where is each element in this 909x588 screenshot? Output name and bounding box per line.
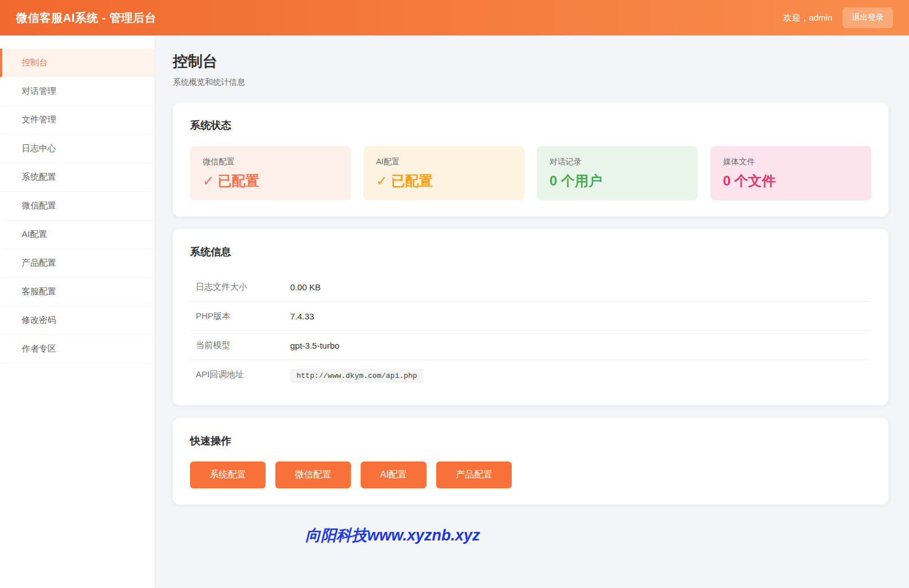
sidebar-item-wechat-config[interactable]: 微信配置	[0, 192, 155, 220]
sidebar-menu: 控制台 对话管理 文件管理 日志中心 系统配置 微信配置 AI配置 产品配置 客…	[0, 49, 155, 364]
footer: 向阳科技www.xyznb.xyz	[173, 525, 612, 546]
stat-card-conversations: 对话记录 0 个用户	[537, 146, 698, 200]
stat-label: 微信配置	[203, 157, 338, 167]
sidebar-item-conversations[interactable]: 对话管理	[0, 77, 155, 106]
sidebar-item-label: AI配置	[22, 229, 47, 240]
sidebar-item-label: 微信配置	[22, 200, 56, 211]
sidebar: 控制台 对话管理 文件管理 日志中心 系统配置 微信配置 AI配置 产品配置 客…	[0, 35, 155, 588]
sidebar-item-label: 日志中心	[22, 143, 56, 154]
sidebar-item-change-password[interactable]: 修改密码	[0, 306, 155, 335]
quick-actions-row: 系统配置 微信配置 AI配置 产品配置	[190, 461, 871, 488]
info-label: 日志文件大小	[196, 282, 290, 293]
system-info-table: 日志文件大小 0.00 KB PHP版本 7.4.33 当前模型 gpt-3.5…	[190, 273, 871, 389]
system-status-title: 系统状态	[190, 119, 871, 132]
logout-button[interactable]: 退出登录	[843, 7, 893, 28]
system-info-title: 系统信息	[190, 245, 871, 259]
main-layout: 控制台 对话管理 文件管理 日志中心 系统配置 微信配置 AI配置 产品配置 客…	[0, 35, 909, 588]
stat-card-ai-config: AI配置 ✓ 已配置	[363, 146, 524, 200]
stat-label: AI配置	[376, 157, 512, 167]
app-title: 微信客服AI系统 - 管理后台	[16, 10, 156, 26]
sidebar-item-label: 对话管理	[22, 86, 56, 97]
sidebar-item-logs[interactable]: 日志中心	[0, 135, 155, 163]
info-value: 7.4.33	[290, 311, 314, 321]
sidebar-item-label: 文件管理	[22, 115, 56, 125]
page-subtitle: 系统概览和统计信息	[173, 77, 888, 88]
stats-row: 微信配置 ✓ 已配置 AI配置 ✓ 已配置 对话记录 0 个用户 媒体文件 0 …	[190, 146, 871, 200]
sidebar-item-label: 修改密码	[22, 315, 56, 326]
info-label: PHP版本	[196, 311, 290, 322]
sidebar-item-label: 客服配置	[22, 286, 56, 297]
sidebar-item-service-config[interactable]: 客服配置	[0, 278, 155, 306]
quick-action-wechat-config[interactable]: 微信配置	[275, 461, 351, 488]
info-row-php-version: PHP版本 7.4.33	[190, 302, 871, 331]
stat-label: 对话记录	[550, 157, 685, 167]
stat-card-wechat-config: 微信配置 ✓ 已配置	[190, 146, 351, 200]
sidebar-item-dashboard[interactable]: 控制台	[0, 49, 155, 77]
sidebar-item-ai-config[interactable]: AI配置	[0, 220, 155, 249]
sidebar-item-product-config[interactable]: 产品配置	[0, 249, 155, 278]
info-row-log-file-size: 日志文件大小 0.00 KB	[190, 273, 871, 302]
watermark-text: 向阳科技www.xyznb.xyz	[305, 527, 480, 544]
sidebar-item-label: 控制台	[22, 57, 48, 68]
stat-value: 0 个用户	[550, 172, 685, 190]
sidebar-item-system-config[interactable]: 系统配置	[0, 163, 155, 192]
quick-actions-card: 快速操作 系统配置 微信配置 AI配置 产品配置	[173, 418, 888, 504]
page-title: 控制台	[173, 52, 888, 72]
stat-label: 媒体文件	[723, 157, 859, 167]
quick-action-system-config[interactable]: 系统配置	[190, 461, 266, 488]
system-info-card: 系统信息 日志文件大小 0.00 KB PHP版本 7.4.33 当前模型 gp…	[173, 229, 888, 405]
stat-card-media-files: 媒体文件 0 个文件	[710, 146, 871, 200]
system-status-card: 系统状态 微信配置 ✓ 已配置 AI配置 ✓ 已配置 对话记录 0 个用户 媒体…	[173, 102, 888, 216]
info-row-api-callback-url: API回调地址 http://www.dkym.com/api.php	[190, 360, 871, 389]
quick-actions-title: 快速操作	[190, 434, 871, 448]
sidebar-item-author-zone[interactable]: 作者专区	[0, 335, 155, 364]
app-header: 微信客服AI系统 - 管理后台 欢迎，admin 退出登录	[0, 0, 909, 35]
welcome-text: 欢迎，admin	[783, 13, 832, 23]
stat-value: ✓ 已配置	[203, 172, 338, 190]
info-value: gpt-3.5-turbo	[290, 341, 339, 350]
stat-value: 0 个文件	[723, 172, 859, 190]
stat-value: ✓ 已配置	[376, 172, 512, 190]
quick-action-product-config[interactable]: 产品配置	[436, 461, 512, 488]
sidebar-item-label: 产品配置	[22, 258, 56, 269]
header-right: 欢迎，admin 退出登录	[783, 7, 893, 28]
api-callback-url: http://www.dkym.com/api.php	[290, 369, 424, 383]
main-content: 控制台 系统概览和统计信息 系统状态 微信配置 ✓ 已配置 AI配置 ✓ 已配置…	[155, 35, 909, 588]
sidebar-item-label: 系统配置	[22, 172, 56, 183]
info-label: 当前模型	[196, 340, 290, 351]
info-row-current-model: 当前模型 gpt-3.5-turbo	[190, 331, 871, 360]
sidebar-item-files[interactable]: 文件管理	[0, 106, 155, 135]
info-value: 0.00 KB	[290, 282, 321, 292]
sidebar-item-label: 作者专区	[22, 344, 56, 354]
quick-action-ai-config[interactable]: AI配置	[361, 461, 426, 488]
info-label: API回调地址	[196, 369, 290, 380]
